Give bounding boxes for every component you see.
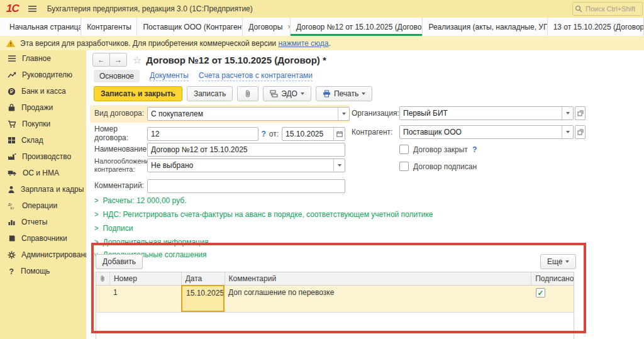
attach-button[interactable] [237,86,258,101]
section-extra-info[interactable]: > Дополнительная информация [94,238,208,247]
forward-button[interactable]: → [109,53,127,67]
number-help-icon[interactable]: ? [262,130,266,138]
sidebar-item-operations[interactable]: ДтКт Операции [0,197,86,214]
tab-counterparties[interactable]: Контрагенты × [81,18,137,36]
dropdown-button[interactable] [562,126,573,138]
main-menu-icon[interactable] [28,5,37,13]
tab-contracts[interactable]: Договоры × [243,18,291,36]
kind-value[interactable] [148,109,338,118]
section-vat[interactable]: > НДС: Регистрировать счета-фактуры на а… [94,210,433,219]
closed-help-icon[interactable]: ? [472,145,477,154]
sidebar-label: Отчеты [21,218,47,226]
contract-closed-checkbox[interactable] [399,145,409,154]
comment-label: Комментарий: [94,182,147,191]
counterparty-select[interactable] [399,125,574,139]
organization-value[interactable] [400,109,562,118]
dropdown-button[interactable] [562,107,573,119]
signed-cell[interactable]: ✓ [532,286,574,312]
number-label: Номер договора: [94,125,147,143]
comment-cell[interactable]: Доп соглашение по перевозке [225,286,532,312]
sidebar-item-references[interactable]: Справочники [0,230,86,247]
open-form-icon [577,129,584,135]
save-label: Записать [194,89,226,98]
check-icon: ✓ [537,289,543,297]
tax-label: Налогообложение контрагента: [94,157,147,173]
sidebar-item-os-nma[interactable]: ОС и НМА [0,165,86,181]
sidebar-item-sales[interactable]: Продажи [0,99,86,116]
sidebar-item-bank-cash[interactable]: Банк и касса [0,83,86,99]
edo-button[interactable]: ЭДО [263,86,311,101]
add-agreement-button[interactable]: Добавить [96,254,143,269]
table-row[interactable]: 1 15.10.2025 Доп соглашение по перевозке… [96,286,574,313]
sidebar-item-help[interactable]: ? Помощь [0,263,86,279]
sidebar-item-reports[interactable]: Отчеты [0,214,86,230]
tab-contract-13[interactable]: 13 от 15.10.2025 (Договор) × [548,18,644,36]
date-input[interactable] [282,127,345,141]
section-calculations[interactable]: > Расчеты: 12 000,00 руб. [94,196,187,205]
closed-checkbox-row: Договор закрыт ? [399,145,477,154]
chevron-down-icon [301,92,304,95]
calendar-icon [336,131,343,137]
calendar-button[interactable] [333,128,345,140]
signed-checkbox-checked[interactable]: ✓ [536,288,545,297]
sidebar-item-manager[interactable]: Руководителю [0,67,86,83]
dropdown-button[interactable] [333,159,345,172]
number-column-header[interactable]: Номер [110,272,182,285]
open-organization-button[interactable] [575,106,586,120]
date-value[interactable] [282,130,333,138]
sidebar-item-administration[interactable]: Администрирование [0,247,86,263]
sidebar-item-salary-hr[interactable]: Зарплата и кадры [0,181,86,197]
nav-accounts[interactable]: Счета расчетов с контрагентами [199,71,313,81]
date-column-header[interactable]: Дата [182,272,225,285]
sidebar-label: Склад [21,136,43,145]
nav-main[interactable]: Основное [94,70,140,82]
sidebar-item-warehouse[interactable]: Склад [0,132,86,148]
signed-checkbox-row: Договор подписан [399,162,477,171]
number-input[interactable] [147,127,258,141]
favorite-star-icon[interactable]: ☆ [133,54,142,66]
buy-link[interactable]: нажмите сюда [278,39,328,48]
contract-signed-label: Договор подписан [413,162,477,171]
save-button[interactable]: Записать [187,86,233,101]
sidebar-label: Банк и касса [21,87,66,96]
dropdown-button[interactable] [338,108,349,120]
name-input[interactable] [147,143,345,157]
nav-documents[interactable]: Документы [150,71,189,81]
search-input[interactable] [584,4,637,13]
section-signatures[interactable]: > Подписи [94,224,133,233]
tab-contract-12[interactable]: Договор №12 от 15.10.2025 (Договор) * × [291,18,423,36]
back-icon: ← [97,55,105,64]
table-empty-area[interactable] [96,313,574,339]
sidebar-item-main[interactable]: Главное [0,50,86,67]
attachment-column-header[interactable] [96,272,110,285]
tax-select[interactable] [147,158,345,172]
comment-value[interactable] [148,182,345,191]
tab-home[interactable]: Начальная страница [0,18,81,36]
save-close-button[interactable]: Записать и закрыть [94,86,182,101]
sidebar-label: Продажи [21,103,53,112]
attachment-cell[interactable] [96,286,109,312]
tab-label: Поставщик ООО (Контрагент) [143,23,243,31]
comment-input[interactable] [147,179,345,193]
tab-sales-docs[interactable]: Реализация (акты, накладные, УПД) × [423,18,547,36]
counterparty-value[interactable] [400,128,562,136]
open-counterparty-button[interactable] [575,125,586,139]
name-value[interactable] [148,145,345,154]
number-cell[interactable]: 1 [109,286,181,312]
print-button[interactable]: Печать [316,86,372,101]
number-value[interactable] [148,130,258,138]
save-close-label: Записать и закрыть [101,89,175,98]
more-button[interactable]: Еще [540,254,576,269]
date-cell-selected[interactable]: 15.10.2025 [181,285,225,312]
contract-signed-checkbox[interactable] [399,162,409,171]
sidebar-item-purchases[interactable]: Покупки [0,116,86,132]
tax-value[interactable] [148,161,333,170]
kind-select[interactable] [147,107,350,121]
organization-select[interactable] [399,106,574,120]
back-button[interactable]: ← [92,53,110,67]
global-search[interactable] [572,2,643,16]
comment-column-header[interactable]: Комментарий [225,272,532,285]
sidebar-item-production[interactable]: Производство [0,148,86,165]
signed-column-header[interactable]: Подписано [531,272,574,285]
tab-supplier[interactable]: Поставщик ООО (Контрагент) × [137,18,243,36]
